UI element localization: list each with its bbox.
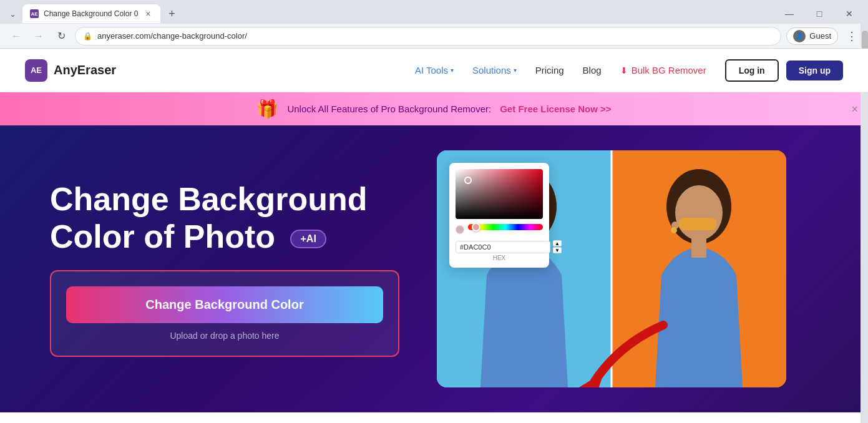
hex-label: HEX [456, 255, 543, 261]
nav-item-solutions[interactable]: Solutions ▾ [472, 65, 517, 75]
stepper-up-button[interactable]: ▲ [553, 240, 562, 246]
title-bar: ⌄ AE Change Background Color 0 × + — □ ✕ [0, 0, 868, 24]
hero-demo-image: ▲ ▼ HEX [437, 150, 786, 387]
back-button[interactable]: ← [7, 27, 25, 45]
browser-toolbar: ← → ↻ 🔒 anyeraser.com/change-background-… [0, 24, 868, 49]
download-icon: ⬇ [620, 66, 628, 75]
logo-icon: AE [25, 59, 47, 82]
address-bar[interactable]: 🔒 anyeraser.com/change-background-color/ [75, 27, 781, 46]
forward-button[interactable]: → [30, 27, 47, 45]
upload-hint: Upload or drop a photo here [66, 331, 383, 341]
color-picker-overlay: ▲ ▼ HEX [449, 163, 549, 268]
promo-close-button[interactable]: × [851, 102, 858, 115]
hero-content: Change Background Color of Photo +AI Cha… [50, 181, 399, 357]
website-content: AE AnyEraser AI Tools ▾ Solutions ▾ Pric… [0, 49, 868, 423]
promo-banner: 🎁 Unlock All Features of Pro Background … [0, 92, 868, 125]
hex-input[interactable] [456, 241, 550, 253]
tab-title: Change Background Color 0 [44, 9, 138, 18]
stepper: ▲ ▼ [553, 240, 562, 253]
hero-title: Change Background Color of Photo +AI [50, 181, 399, 256]
nav-item-ai-tools[interactable]: AI Tools ▾ [415, 65, 454, 75]
active-tab[interactable]: AE Change Background Color 0 × [22, 4, 160, 23]
spectrum-thumb [472, 223, 480, 231]
close-button[interactable]: ✕ [836, 4, 863, 23]
color-spectrum[interactable] [468, 224, 543, 230]
svg-rect-11 [679, 218, 716, 230]
upload-zone[interactable]: Change Background Color Upload or drop a… [50, 270, 399, 357]
profile-label: Guest [809, 31, 831, 41]
gift-icon: 🎁 [256, 99, 278, 119]
tab-favicon: AE [30, 9, 39, 18]
hex-input-row: ▲ ▼ [456, 240, 543, 253]
lock-icon: 🔒 [83, 32, 92, 41]
tab-history-btn[interactable]: ⌄ [5, 6, 20, 21]
chevron-down-icon: ▾ [451, 67, 454, 74]
color-gradient[interactable] [456, 169, 543, 219]
svg-marker-16 [579, 372, 604, 387]
change-background-button[interactable]: Change Background Color [66, 286, 383, 323]
refresh-button[interactable]: ↻ [52, 27, 70, 45]
main-nav: AE AnyEraser AI Tools ▾ Solutions ▾ Pric… [0, 49, 868, 92]
nav-links: AI Tools ▾ Solutions ▾ Pricing Blog ⬇ Bu… [415, 65, 706, 75]
svg-point-14 [671, 227, 677, 233]
window-controls: — □ ✕ [776, 4, 863, 23]
color-picker-cursor [464, 177, 472, 184]
svg-point-10 [675, 185, 723, 240]
color-preview [456, 225, 464, 234]
arrow-indicator [570, 319, 695, 387]
ai-badge: +AI [290, 230, 326, 248]
url-text: anyeraser.com/change-background-color/ [97, 31, 773, 41]
stepper-down-button[interactable]: ▼ [553, 247, 562, 253]
promo-text: Unlock All Features of Pro Background Re… [287, 104, 491, 114]
nav-item-pricing[interactable]: Pricing [535, 65, 564, 75]
hero-section: Change Background Color of Photo +AI Cha… [0, 125, 868, 412]
nav-item-blog[interactable]: Blog [583, 65, 602, 75]
minimize-button[interactable]: — [776, 4, 803, 23]
signup-button[interactable]: Sign up [786, 61, 843, 80]
maximize-button[interactable]: □ [806, 4, 833, 23]
logo[interactable]: AE AnyEraser [25, 59, 116, 82]
tab-close-button[interactable]: × [143, 9, 153, 19]
chevron-down-icon: ▾ [514, 67, 517, 74]
profile-icon: 👤 [793, 30, 806, 42]
new-tab-button[interactable]: + [163, 5, 180, 22]
svg-rect-12 [691, 239, 706, 258]
profile-button[interactable]: 👤 Guest [786, 27, 838, 45]
brand-name: AnyEraser [54, 63, 116, 77]
promo-link[interactable]: Get Free License Now >> [500, 104, 611, 114]
nav-actions: Log in Sign up [725, 59, 843, 82]
browser-menu-button[interactable]: ⋮ [843, 27, 861, 45]
nav-item-bulk-bg-remover[interactable]: ⬇ Bulk BG Remover [620, 65, 706, 75]
login-button[interactable]: Log in [725, 59, 779, 82]
